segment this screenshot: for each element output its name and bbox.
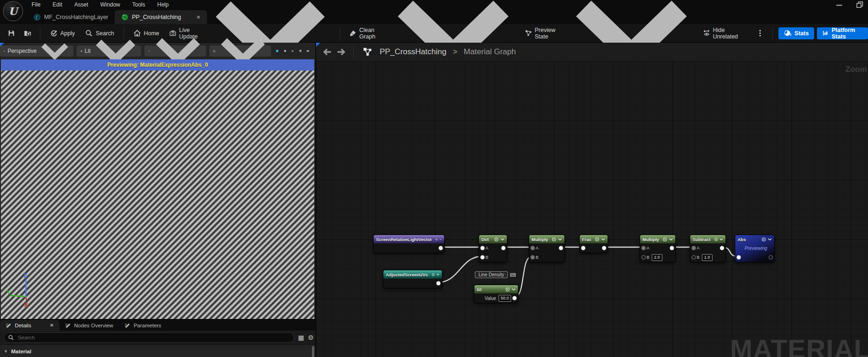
- preview-shape-sphere-icon[interactable]: [276, 47, 279, 55]
- preview-shape-teapot-icon[interactable]: [306, 47, 310, 55]
- menu-file[interactable]: File: [32, 1, 40, 8]
- node-multiply-1[interactable]: MultiplyAB: [529, 235, 565, 262]
- input-pin[interactable]: [531, 255, 535, 260]
- navigate-forward-icon[interactable]: [337, 47, 347, 57]
- line-density-param-label[interactable]: Line Density: [475, 271, 516, 278]
- input-pin[interactable]: [692, 255, 696, 260]
- breadcrumb-asset[interactable]: PP_CrossHatching: [380, 47, 447, 57]
- clean-graph-button[interactable]: Clean Graph: [346, 27, 518, 40]
- node-subtract[interactable]: SubtractAB1.0: [690, 235, 726, 262]
- hide-unrelated-button[interactable]: Hide Unrelated: [700, 27, 751, 40]
- save-button[interactable]: [5, 27, 18, 40]
- node-frac[interactable]: Frac: [579, 235, 608, 253]
- input-pin[interactable]: [480, 246, 485, 250]
- asset-tab-mf-crosshatchinglayer[interactable]: fMF_CrossHatchingLayer: [27, 10, 115, 24]
- preview-shape-plane-icon[interactable]: [291, 47, 294, 55]
- node-preview-toggle-icon[interactable]: [505, 287, 510, 292]
- output-pin[interactable]: [720, 246, 724, 250]
- output-pin[interactable]: [439, 246, 443, 250]
- menu-help[interactable]: Help: [157, 1, 169, 8]
- node-preview-toggle-icon[interactable]: [494, 237, 499, 242]
- node-collapse-icon[interactable]: [512, 287, 516, 292]
- node-collapse-icon[interactable]: [440, 237, 442, 242]
- details-tab-nodes-overview[interactable]: Nodes Overview: [59, 320, 119, 331]
- menu-tools[interactable]: Tools: [132, 1, 145, 8]
- details-scrollbar[interactable]: [312, 346, 314, 357]
- input-pin[interactable]: [641, 255, 646, 260]
- node-dot[interactable]: DotAB: [479, 235, 507, 262]
- platform-stats-button[interactable]: Platform Stats: [817, 27, 868, 39]
- preview-scene-dropdown[interactable]: [209, 45, 271, 57]
- node-preview-toggle-icon[interactable]: [762, 237, 766, 242]
- output-pin[interactable]: [512, 296, 517, 300]
- node-preview-toggle-icon[interactable]: [435, 237, 438, 242]
- stats-button[interactable]: Stats: [778, 27, 815, 39]
- output-pin[interactable]: [436, 281, 440, 286]
- lit-mode-dropdown[interactable]: Lit: [77, 45, 141, 57]
- node-preview-toggle-icon[interactable]: [714, 237, 718, 242]
- details-tab-details[interactable]: Details✕: [0, 320, 59, 331]
- output-pin[interactable]: [769, 255, 773, 260]
- wire-1[interactable]: [438, 256, 482, 282]
- node-collapse-icon[interactable]: [719, 237, 723, 242]
- node-collapse-icon[interactable]: [768, 237, 772, 242]
- node-collapse-icon[interactable]: [669, 237, 673, 242]
- node-collapse-icon[interactable]: [436, 273, 440, 277]
- input-pin[interactable]: [641, 246, 646, 250]
- preview-shape-cube-icon[interactable]: [299, 47, 302, 55]
- restore-icon[interactable]: [856, 1, 863, 8]
- input-pin[interactable]: [581, 246, 585, 250]
- output-pin[interactable]: [559, 246, 563, 250]
- node-preview-toggle-icon[interactable]: [432, 273, 435, 277]
- asset-tab-pp-crosshatching[interactable]: PP_CrossHatching✕: [115, 10, 207, 24]
- button-label: Preview State: [535, 27, 566, 40]
- details-search-input[interactable]: [17, 334, 290, 341]
- preview-shape-cylinder-icon[interactable]: [284, 47, 287, 55]
- perspective-dropdown[interactable]: Perspective: [0, 45, 73, 57]
- menu-edit[interactable]: Edit: [52, 1, 62, 8]
- unreal-engine-logo-icon[interactable]: U: [3, 1, 23, 21]
- browse-to-asset-button[interactable]: [21, 27, 34, 40]
- node-collapse-icon[interactable]: [601, 237, 605, 242]
- input-pin[interactable]: [480, 255, 485, 260]
- preview-state-button[interactable]: Preview State: [521, 27, 697, 40]
- apply-button[interactable]: Apply: [46, 27, 78, 40]
- node-collapse-icon[interactable]: [558, 237, 562, 242]
- node-collapse-icon[interactable]: [500, 237, 505, 242]
- material-preview[interactable]: Z Y X: [1, 70, 314, 357]
- input-pin[interactable]: [531, 246, 535, 250]
- node-param-50[interactable]: 50Value50.0: [474, 285, 518, 303]
- output-pin[interactable]: [501, 246, 505, 250]
- close-tab-icon[interactable]: ✕: [196, 14, 201, 20]
- node-preview-toggle-icon[interactable]: [663, 237, 667, 242]
- details-tab-parameters[interactable]: Parameters: [119, 320, 167, 331]
- breadcrumb-page[interactable]: Material Graph: [464, 47, 516, 57]
- value-input[interactable]: 50.0: [499, 295, 512, 302]
- node-screen-relative-light-vector[interactable]: ScreenRelativeLightVector: [373, 235, 445, 253]
- menu-window[interactable]: Window: [100, 1, 120, 8]
- node-abs[interactable]: AbsPreviewing: [735, 235, 775, 262]
- input-pin[interactable]: [737, 255, 741, 260]
- minimize-icon[interactable]: [836, 1, 843, 8]
- input-pin[interactable]: [692, 246, 696, 250]
- value-input[interactable]: 2.0: [652, 254, 662, 261]
- more-options-button[interactable]: [753, 27, 767, 40]
- display-filter-icon[interactable]: ▦: [298, 334, 304, 341]
- settings-gear-icon[interactable]: ⚙: [308, 334, 314, 341]
- node-adjusted-screen-uvs[interactable]: AdjustedScreenUVs: [383, 270, 442, 288]
- node-preview-toggle-icon[interactable]: [595, 237, 599, 242]
- value-input[interactable]: 1.0: [702, 254, 713, 261]
- axis-x-label: X: [24, 301, 28, 308]
- node-preview-toggle-icon[interactable]: [552, 237, 556, 242]
- details-search-box[interactable]: [4, 332, 294, 343]
- navigate-back-icon[interactable]: [322, 47, 332, 57]
- output-pin[interactable]: [670, 246, 674, 250]
- material-section-header[interactable]: ▼ Material: [0, 344, 315, 357]
- close-tab-icon[interactable]: ✕: [50, 323, 53, 328]
- node-multiply-2[interactable]: MultiplyAB2.0: [640, 235, 676, 262]
- show-flags-dropdown[interactable]: [144, 45, 206, 57]
- pin-label: B: [697, 255, 700, 260]
- output-pin[interactable]: [602, 246, 606, 250]
- graph-canvas[interactable]: Zoom - MATERIAL Line Density ScreenRelat…: [316, 61, 868, 357]
- menu-asset[interactable]: Asset: [74, 1, 88, 8]
